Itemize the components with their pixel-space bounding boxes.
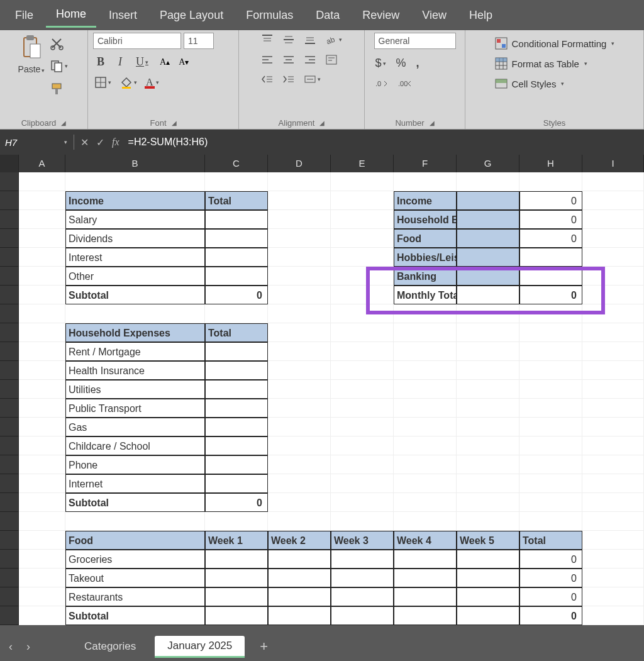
cell[interactable] xyxy=(519,493,582,512)
cell[interactable] xyxy=(582,304,644,323)
cell[interactable]: Week 5 xyxy=(457,531,519,550)
spreadsheet-grid[interactable]: IncomeTotalIncome0SalaryHousehold Expens… xyxy=(0,172,644,625)
cell[interactable] xyxy=(19,304,65,323)
cell[interactable] xyxy=(331,512,394,531)
menu-review[interactable]: Review xyxy=(352,4,409,27)
cell[interactable]: 0 xyxy=(519,587,582,606)
cell[interactable] xyxy=(19,323,65,342)
cell[interactable] xyxy=(19,493,65,512)
cell[interactable] xyxy=(582,172,644,191)
cell[interactable] xyxy=(268,455,331,474)
cell[interactable]: Week 1 xyxy=(205,531,268,550)
col-header-E[interactable]: E xyxy=(331,155,394,172)
cell[interactable] xyxy=(394,342,457,361)
cell[interactable]: Health Insurance xyxy=(65,361,205,380)
cell[interactable] xyxy=(19,229,65,248)
cell[interactable] xyxy=(582,267,644,286)
cell[interactable] xyxy=(457,399,519,418)
cell[interactable] xyxy=(582,550,644,569)
cell[interactable]: Subtotal xyxy=(65,606,205,625)
cell[interactable] xyxy=(19,361,65,380)
row-header[interactable] xyxy=(0,286,19,304)
cell[interactable]: Internet xyxy=(65,474,205,493)
cell[interactable] xyxy=(519,267,582,286)
font-launcher-icon[interactable]: ◢ xyxy=(172,119,177,126)
cell[interactable]: 0 xyxy=(519,606,582,625)
cell[interactable] xyxy=(582,342,644,361)
enter-formula-icon[interactable]: ✓ xyxy=(92,136,108,148)
cell[interactable] xyxy=(19,342,65,361)
cell-styles-button[interactable]: Cell Styles▾ xyxy=(494,75,565,92)
cell[interactable] xyxy=(268,418,331,436)
row-header[interactable] xyxy=(0,172,19,191)
cell[interactable] xyxy=(519,172,582,191)
cell[interactable] xyxy=(268,569,331,587)
cell[interactable] xyxy=(268,493,331,512)
cell[interactable] xyxy=(205,380,268,399)
cell[interactable] xyxy=(268,380,331,399)
name-box-dropdown-icon[interactable]: ▾ xyxy=(64,139,67,145)
cell[interactable] xyxy=(582,286,644,304)
cell[interactable]: Public Transport xyxy=(65,399,205,418)
cell[interactable] xyxy=(268,304,331,323)
cell[interactable]: Interest xyxy=(65,248,205,267)
cell[interactable] xyxy=(19,248,65,267)
cell[interactable] xyxy=(457,342,519,361)
col-header-H[interactable]: H xyxy=(519,155,582,172)
cell[interactable] xyxy=(205,267,268,286)
paste-icon[interactable] xyxy=(19,33,44,63)
cell[interactable] xyxy=(457,550,519,569)
cell[interactable] xyxy=(457,267,519,286)
row-header[interactable] xyxy=(0,550,19,569)
cell[interactable] xyxy=(331,361,394,380)
cell[interactable] xyxy=(582,606,644,625)
conditional-formatting-button[interactable]: Conditional Formatting▾ xyxy=(494,35,615,52)
number-format-select[interactable] xyxy=(374,33,456,49)
cell[interactable] xyxy=(205,304,268,323)
cell[interactable] xyxy=(582,474,644,493)
cell[interactable]: Other xyxy=(65,267,205,286)
row-header[interactable] xyxy=(0,474,19,493)
cell[interactable] xyxy=(457,493,519,512)
percent-format-button[interactable]: % xyxy=(395,55,408,71)
cell[interactable] xyxy=(394,323,457,342)
name-box[interactable] xyxy=(0,130,63,155)
copy-icon[interactable]: ▾ xyxy=(48,58,69,74)
cell[interactable]: 0 xyxy=(519,569,582,587)
cell[interactable]: Total xyxy=(205,191,268,210)
cell[interactable] xyxy=(519,399,582,418)
cell[interactable] xyxy=(457,361,519,380)
format-painter-icon[interactable] xyxy=(48,81,65,97)
cell[interactable] xyxy=(268,512,331,531)
cell[interactable]: Gas xyxy=(65,418,205,436)
cell[interactable] xyxy=(331,286,394,304)
cell[interactable] xyxy=(205,474,268,493)
formula-input[interactable] xyxy=(123,130,644,155)
cell[interactable] xyxy=(519,455,582,474)
cell[interactable]: Subtotal xyxy=(65,493,205,512)
alignment-launcher-icon[interactable]: ◢ xyxy=(319,119,325,126)
font-name-select[interactable] xyxy=(93,33,181,49)
cell[interactable] xyxy=(457,380,519,399)
cell[interactable] xyxy=(331,455,394,474)
tab-nav-prev-icon[interactable]: ‹ xyxy=(5,640,16,653)
cell[interactable] xyxy=(268,550,331,569)
cell[interactable] xyxy=(457,286,519,304)
cell[interactable] xyxy=(519,304,582,323)
cell[interactable] xyxy=(331,323,394,342)
cell[interactable] xyxy=(19,418,65,436)
cell[interactable] xyxy=(394,172,457,191)
decrease-font-icon[interactable]: A▾ xyxy=(177,56,190,69)
fill-color-icon[interactable]: ▾ xyxy=(119,75,138,90)
row-header[interactable] xyxy=(0,569,19,587)
row-header[interactable] xyxy=(0,531,19,550)
menu-page-layout[interactable]: Page Layout xyxy=(150,4,233,27)
cell[interactable] xyxy=(268,323,331,342)
cut-icon[interactable] xyxy=(48,35,65,52)
cell[interactable] xyxy=(582,531,644,550)
cell[interactable] xyxy=(582,210,644,229)
tab-nav-next-icon[interactable]: › xyxy=(23,640,34,653)
cell[interactable] xyxy=(394,606,457,625)
bold-button[interactable]: B xyxy=(93,54,108,70)
cell[interactable] xyxy=(394,304,457,323)
